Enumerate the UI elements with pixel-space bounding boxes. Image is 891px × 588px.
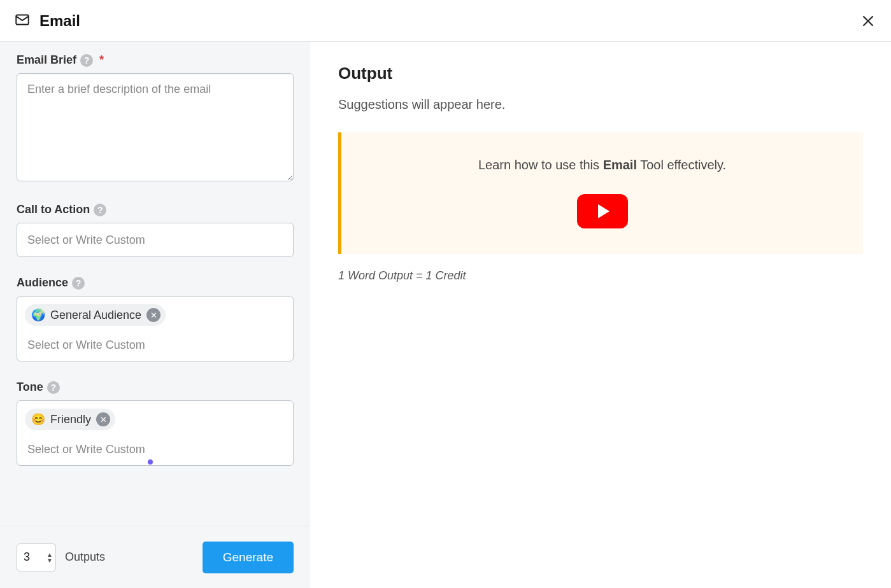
tip-bold: Email — [603, 158, 637, 172]
output-title: Output — [338, 64, 863, 83]
bottom-bar: 3 ▲ ▼ Outputs Generate — [0, 526, 310, 588]
tone-input[interactable] — [25, 437, 285, 461]
help-icon[interactable]: ? — [80, 54, 93, 67]
smile-icon: 😊 — [31, 412, 45, 426]
tone-label-text: Tone — [17, 381, 43, 394]
indicator-dot — [148, 459, 153, 465]
close-button[interactable] — [859, 12, 877, 30]
audience-chip: 🌍 General Audience ✕ — [25, 304, 166, 326]
play-icon — [598, 204, 609, 218]
remove-chip-icon[interactable]: ✕ — [146, 308, 160, 322]
audience-label: Audience ? — [17, 276, 294, 290]
tip-prefix: Learn how to use this — [478, 158, 603, 172]
cta-input[interactable] — [17, 223, 294, 257]
email-brief-group: Email Brief ? * — [17, 53, 294, 184]
audience-input[interactable] — [25, 332, 285, 357]
outputs-control: 3 ▲ ▼ Outputs — [17, 543, 105, 571]
tone-chip-label: Friendly — [50, 413, 91, 426]
credit-note: 1 Word Output = 1 Credit — [338, 269, 863, 283]
form-scroll[interactable]: Email Brief ? * Call to Action ? Audienc… — [0, 42, 310, 526]
title-group: Email — [14, 11, 80, 31]
tone-chip: 😊 Friendly ✕ — [25, 409, 115, 430]
audience-chip-label: General Audience — [50, 309, 141, 322]
audience-label-text: Audience — [17, 276, 68, 290]
header: Email — [0, 0, 891, 42]
cta-group: Call to Action ? — [17, 203, 294, 257]
page-title: Email — [39, 12, 80, 30]
outputs-stepper[interactable]: 3 ▲ ▼ — [17, 543, 56, 571]
required-star: * — [99, 53, 104, 67]
help-icon[interactable]: ? — [94, 204, 106, 216]
email-brief-label: Email Brief ? * — [17, 53, 294, 67]
stepper-arrows[interactable]: ▲ ▼ — [46, 552, 53, 563]
youtube-play-button[interactable] — [577, 194, 628, 228]
main: Email Brief ? * Call to Action ? Audienc… — [0, 42, 891, 588]
tone-tagbox[interactable]: 😊 Friendly ✕ — [17, 400, 294, 466]
output-placeholder: Suggestions will appear here. — [338, 97, 863, 112]
form-panel: Email Brief ? * Call to Action ? Audienc… — [0, 42, 310, 588]
cta-label-text: Call to Action — [17, 203, 90, 216]
email-icon — [14, 11, 31, 31]
tip-suffix: Tool effectively. — [637, 158, 726, 172]
tip-text: Learn how to use this Email Tool effecti… — [360, 158, 844, 172]
email-brief-input[interactable] — [17, 73, 294, 181]
globe-icon: 🌍 — [31, 308, 45, 322]
outputs-count: 3 — [24, 550, 46, 564]
tip-panel: Learn how to use this Email Tool effecti… — [338, 132, 863, 254]
tone-label: Tone ? — [17, 381, 294, 394]
help-icon[interactable]: ? — [47, 381, 60, 394]
email-brief-label-text: Email Brief — [17, 53, 76, 67]
output-panel: Output Suggestions will appear here. Lea… — [310, 42, 891, 588]
remove-chip-icon[interactable]: ✕ — [96, 412, 110, 426]
audience-tagbox[interactable]: 🌍 General Audience ✕ — [17, 296, 294, 361]
audience-group: Audience ? 🌍 General Audience ✕ — [17, 276, 294, 361]
help-icon[interactable]: ? — [72, 277, 85, 290]
generate-button[interactable]: Generate — [203, 542, 294, 573]
cta-label: Call to Action ? — [17, 203, 294, 216]
chevron-down-icon[interactable]: ▼ — [46, 557, 53, 563]
tone-group: Tone ? 😊 Friendly ✕ — [17, 381, 294, 466]
outputs-label: Outputs — [65, 550, 105, 564]
